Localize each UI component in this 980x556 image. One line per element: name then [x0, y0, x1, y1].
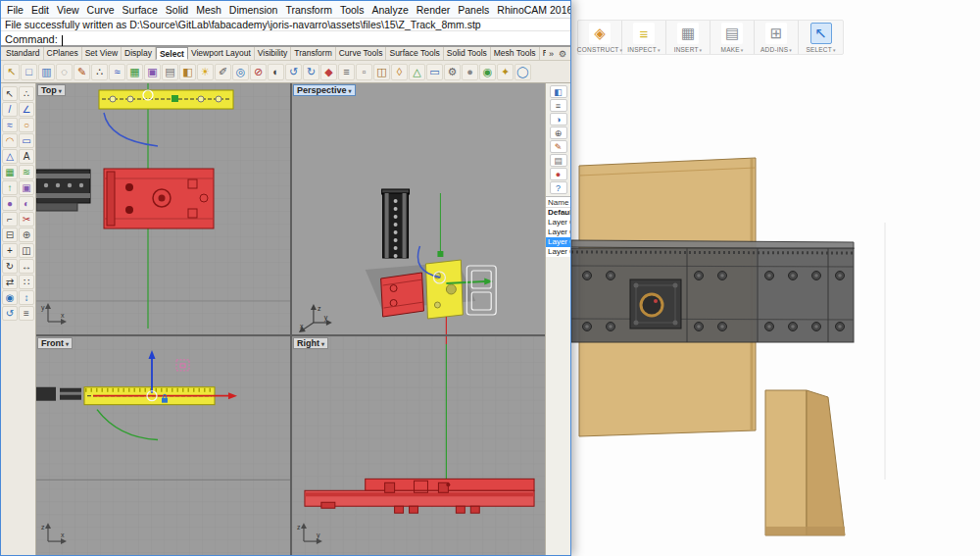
toolbar-tab[interactable]: Curve Tools: [336, 47, 387, 60]
zoom-icon[interactable]: ◉: [2, 290, 18, 305]
viewport-label-perspective[interactable]: Perspective▾: [293, 84, 356, 96]
menu-item[interactable]: View: [53, 4, 83, 16]
toolbar-tab[interactable]: Surface Tools: [386, 47, 443, 60]
rotate-icon[interactable]: ↻: [2, 259, 18, 274]
command-line-input[interactable]: Command:: [1, 31, 570, 47]
scale-icon[interactable]: ↔: [19, 259, 34, 274]
select-last-icon[interactable]: ↻: [303, 64, 319, 80]
layer-row[interactable]: Layer 0: [546, 227, 570, 237]
sphere-icon[interactable]: ●: [2, 196, 18, 211]
select-previous-icon[interactable]: ↺: [285, 64, 302, 80]
select-menu[interactable]: ↖ SELECT▾: [799, 21, 843, 54]
show-objects-icon[interactable]: ◉: [479, 64, 496, 80]
select-pointer-icon[interactable]: ↖: [3, 64, 20, 80]
notes-panel-icon[interactable]: ✎: [550, 140, 567, 153]
menu-item[interactable]: Edit: [27, 4, 53, 16]
layer-row[interactable]: Layer 0: [546, 237, 570, 247]
trim-icon[interactable]: ✂: [19, 212, 34, 227]
select-points-icon[interactable]: ∴: [91, 64, 108, 80]
join-icon[interactable]: ⊕: [19, 227, 34, 242]
select-meshes-icon[interactable]: ▤: [162, 64, 178, 80]
surface-icon[interactable]: ▦: [2, 165, 18, 179]
viewport-right-canvas[interactable]: z y: [292, 336, 545, 555]
toolbar-tab[interactable]: Select: [156, 47, 188, 60]
toolbar-tab[interactable]: Solid Tools: [444, 47, 491, 60]
menu-item[interactable]: Mesh: [192, 4, 225, 16]
line-icon[interactable]: /: [2, 102, 18, 117]
boolean-icon[interactable]: ◐: [19, 196, 34, 211]
pointer-icon[interactable]: ↖: [2, 86, 18, 101]
inspect-menu[interactable]: ≡ INSPECT▾: [622, 21, 666, 54]
viewport-label-right[interactable]: Right▾: [293, 337, 328, 349]
materials-panel-icon[interactable]: ●: [550, 168, 567, 180]
select-boundary-icon[interactable]: ▭: [426, 64, 443, 80]
select-by-color-icon[interactable]: ◆: [320, 64, 337, 80]
menu-item[interactable]: Analyze: [368, 4, 412, 16]
viewport-right[interactable]: Right▾: [292, 336, 545, 555]
arc-icon[interactable]: ◠: [2, 133, 18, 148]
menu-item[interactable]: Surface: [119, 4, 162, 16]
polyline-icon[interactable]: ∠: [19, 102, 34, 117]
select-curves-icon[interactable]: ≈: [109, 64, 125, 80]
select-naked-edges-icon[interactable]: ◊: [391, 64, 408, 80]
brush-select-icon[interactable]: ✎: [74, 64, 90, 80]
object-snap-icon[interactable]: ⊕: [550, 126, 567, 139]
copy-icon[interactable]: ◫: [19, 243, 34, 258]
layer-row[interactable]: Layer 0: [546, 218, 570, 227]
window-select-icon[interactable]: □: [21, 64, 37, 80]
layer-row[interactable]: Layer 0: [546, 247, 570, 257]
layer-row[interactable]: Defaul: [546, 208, 570, 218]
select-small-objects-icon[interactable]: ▫: [356, 64, 372, 80]
polygon-icon[interactable]: △: [2, 149, 18, 164]
menu-item[interactable]: Curve: [83, 4, 119, 16]
menu-item[interactable]: Dimension: [225, 4, 282, 16]
insert-menu[interactable]: ▦ INSERT▾: [666, 21, 710, 54]
viewport-label-top[interactable]: Top▾: [37, 84, 66, 96]
tabs-overflow-button[interactable]: »: [546, 49, 557, 59]
toolbar-tab[interactable]: Viewport Layout: [188, 47, 255, 60]
split-icon[interactable]: ⊟: [2, 227, 18, 242]
lasso-select-icon[interactable]: ◌: [56, 64, 73, 80]
select-polysurfaces-icon[interactable]: ▣: [144, 64, 161, 80]
menu-item[interactable]: Panels: [454, 4, 493, 16]
menu-item[interactable]: File: [3, 4, 27, 16]
select-by-layer-icon[interactable]: ≡: [338, 64, 355, 80]
viewport-perspective[interactable]: Perspective▾: [292, 83, 545, 334]
layers-panel-icon[interactable]: ≡: [550, 99, 567, 112]
viewport-top[interactable]: Top▾: [36, 83, 290, 334]
control-points-icon[interactable]: ∴: [19, 86, 34, 101]
rotate-view-icon[interactable]: ↺: [2, 306, 18, 321]
selection-filter-icon[interactable]: ⚙: [444, 64, 461, 80]
viewport-label-front[interactable]: Front▾: [37, 337, 73, 349]
zoom-selected-icon[interactable]: ◯: [514, 64, 531, 80]
menu-item[interactable]: Render: [413, 4, 454, 16]
curve-icon[interactable]: ≈: [2, 118, 18, 132]
gear-icon[interactable]: ⚙: [557, 49, 568, 59]
viewport-perspective-canvas[interactable]: z y x: [292, 83, 545, 334]
layers-icon[interactable]: ≡: [19, 306, 34, 321]
viewport-front-canvas[interactable]: z x: [36, 336, 290, 555]
text-icon[interactable]: A: [19, 149, 34, 164]
array-icon[interactable]: ∷: [19, 275, 34, 289]
fillet-icon[interactable]: ⌐: [2, 212, 18, 227]
crossing-select-icon[interactable]: ▥: [38, 64, 55, 80]
invert-selection-icon[interactable]: ◐: [268, 64, 284, 80]
select-surfaces-icon[interactable]: ▦: [126, 64, 143, 80]
mirror-icon[interactable]: ⇄: [2, 275, 18, 289]
fusion-3d-canvas[interactable]: [571, 56, 980, 556]
select-lights-icon[interactable]: ☀: [197, 64, 214, 80]
properties-panel-icon[interactable]: ◧: [550, 85, 567, 98]
toolbar-tab[interactable]: Display: [122, 47, 156, 60]
menu-item[interactable]: Transform: [281, 4, 335, 16]
make-menu[interactable]: ▤ MAKE▾: [710, 21, 755, 54]
add-ins-menu[interactable]: ⊞ ADD-INS▾: [755, 21, 799, 54]
menu-item[interactable]: RhinoCAM 2016: [493, 4, 570, 16]
loft-icon[interactable]: ≋: [19, 165, 34, 179]
select-by-volume-icon[interactable]: △: [409, 64, 425, 80]
toolbar-tab[interactable]: Standard: [3, 47, 44, 60]
select-annotations-icon[interactable]: ✐: [215, 64, 231, 80]
toolbar-tab[interactable]: CPlanes: [44, 47, 82, 60]
menu-item[interactable]: Solid: [162, 4, 192, 16]
help-panel-icon[interactable]: ?: [550, 181, 567, 194]
display-panel-icon[interactable]: ◑: [550, 113, 567, 126]
